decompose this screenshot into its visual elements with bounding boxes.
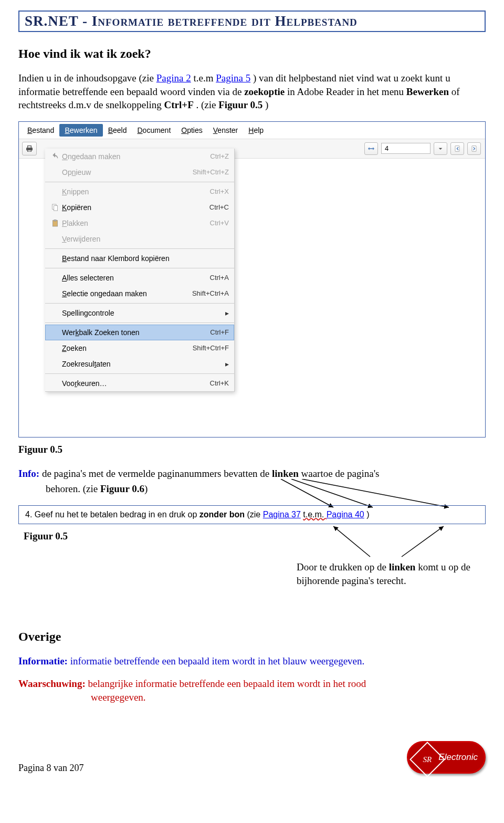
printer-icon [25,144,34,153]
intro-bold-bewerken: Bewerken [406,86,449,97]
svg-rect-2 [52,221,57,226]
menu-item-selectie-ongedaan-maken[interactable]: Selectie ongedaan makenShift+Ctrl+A [45,286,234,301]
figure-0-6-screenshot: 4. Geef nu het te betalen bedrag in en d… [18,505,486,524]
menu-item-verwijderen: Verwijderen [45,231,234,247]
adobe-toolbar: Ongedaan makenCtrl+ZOpnieuwShift+Ctrl+ZK… [19,139,485,159]
fig2-text: (zie [247,510,262,519]
menu-item-knippen: KnippenCtrl+X [45,184,234,200]
next-page-button[interactable] [467,142,481,155]
prev-page-icon [453,144,461,153]
waarschuwing-label: Waarschuwing: [18,678,86,689]
menu-beeld[interactable]: Beeld [103,124,132,137]
figure-0-6-wrap: 4. Geef nu het te betalen bedrag in en d… [18,505,486,588]
title-banner: SR.NET - Informatie betreffende dit Help… [18,11,486,32]
waarschuwing-line: Waarschuwing: belangrijke informatie bet… [18,677,486,691]
info-block: Info: de pagina's met de vermelde pagina… [18,467,486,496]
section-heading: Hoe vind ik wat ik zoek? [18,47,486,61]
print-button[interactable] [22,142,37,155]
menu-bestand[interactable]: Bestand [22,124,59,137]
logo-diamond: SR [410,742,445,777]
link-note-text: Door te drukken op de [297,561,389,572]
info-text: de pagina's met de vermelde paginanummer… [42,468,272,479]
menu-item-zoeken[interactable]: ZoekenShift+Ctrl+F [45,340,234,356]
menu-separator [45,303,234,304]
menu-item-werkbalk-zoeken-tonen[interactable]: Werkbalk Zoeken tonenCtrl+F [45,325,234,340]
link-pagina-5[interactable]: Pagina 5 [216,72,250,84]
page-footer: Pagina 8 van 207 SR Electronic [18,741,486,774]
intro-paragraph: Indien u in de inhoudsopgave (zie Pagina… [18,71,486,112]
info-bold-figref: Figuur 0.6 [100,483,144,494]
adobe-menubar: BestandBewerkenBeeldDocumentOptiesVenste… [19,122,485,139]
waarschuwing-text: belangrijke informatie betreffende een b… [88,678,366,689]
copy-icon [51,203,59,212]
info-text: waartoe de pagina's [299,468,380,479]
intro-text: in Adobe Reader in het menu [287,86,406,97]
overige-heading: Overige [18,630,486,644]
intro-text: t.e.m [193,72,216,84]
info-bold-linken: linken [272,468,299,479]
informatie-label: Informatie: [18,655,68,666]
intro-text: Indien u in de inhoudsopgave (zie [18,72,156,84]
page-number: Pagina 8 van 207 [18,763,83,774]
menu-document[interactable]: Document [132,124,176,137]
fit-width-icon [367,144,375,153]
menu-item-spellingcontrole[interactable]: Spellingcontrole▸ [45,305,234,321]
chevron-down-icon [436,144,445,153]
page-main-title: SR.NET - Informatie betreffende dit Help… [25,13,479,29]
logo-text: Electronic [438,752,478,763]
next-page-icon [470,144,478,153]
svg-rect-3 [54,220,56,221]
bewerken-dropdown: Ongedaan makenCtrl+ZOpnieuwShift+Ctrl+ZK… [45,149,235,392]
link-pagina-2[interactable]: Pagina 2 [156,72,191,84]
undo-icon [51,152,59,161]
link-pagina-40[interactable]: Pagina 40 [327,510,364,519]
intro-text: . (zie [196,99,219,110]
menu-venster[interactable]: Venster [208,124,244,137]
waarschuwing-line2: weergegeven. [91,691,486,704]
info-text: ) [144,483,148,494]
intro-bold-figref: Figuur 0.5 [218,99,262,110]
sr-electronic-logo: SR Electronic [407,741,486,774]
page-number-input[interactable] [381,143,430,154]
menu-item-bestand-naar-klembord-kopi-ren[interactable]: Bestand naar Klembord kopiëren [45,251,234,266]
info-text: behoren. (zie [46,483,100,494]
menu-separator [45,373,234,374]
menu-item-kopi-ren[interactable]: KopiërenCtrl+C [45,200,234,215]
fit-width-button[interactable] [364,142,378,155]
informatie-text: informatie betreffende een bepaald item … [70,655,365,666]
menu-item-plakken: PlakkenCtrl+V [45,215,234,231]
figure-0-5-screenshot: BestandBewerkenBeeldDocumentOptiesVenste… [18,121,486,437]
menu-item-opnieuw: OpnieuwShift+Ctrl+Z [45,164,234,180]
menu-item-zoekresultaten[interactable]: Zoekresultaten▸ [45,356,234,372]
informatie-line: Informatie: informatie betreffende een b… [18,654,486,668]
menu-item-alles-selecteren[interactable]: Alles selecterenCtrl+A [45,270,234,286]
menu-item-voorkeuren-[interactable]: Voorkeuren…Ctrl+K [45,376,234,391]
menu-bewerken[interactable]: Bewerken [59,124,102,137]
paste-icon [51,219,59,227]
fig2-text: Geef nu het te betalen bedrag in en druk… [35,510,200,519]
figure-0-5-caption: Figuur 0.5 [18,443,486,456]
menu-separator [45,182,234,182]
logo-monogram: SR [423,755,432,764]
link-note-bold-linken: linken [389,561,416,572]
intro-bold-zoekoptie: zoekoptie [244,86,285,97]
menu-help[interactable]: Help [243,124,269,137]
info-label: Info: [18,468,39,479]
prev-page-button[interactable] [450,142,464,155]
fig2-num: 4. [25,510,32,519]
svg-rect-1 [54,206,57,211]
dropdown-arrow-button[interactable] [434,142,447,155]
menu-item-ongedaan-maken: Ongedaan makenCtrl+Z [45,149,234,164]
menu-separator [45,322,234,323]
fig2-wavy-tem: t.e.m. [303,510,326,519]
fig2-text: ) [366,510,369,519]
link-pagina-37[interactable]: Pagina 37 [263,510,301,519]
menu-separator [45,268,234,268]
link-explanation-note: Door te drukken op de linken komt u op d… [297,560,486,587]
intro-bold-ctrlf: Ctrl+F [164,99,194,110]
svg-rect-5 [472,146,476,152]
figure-0-6-caption: Figuur 0.5 [24,529,486,543]
intro-text: ) [265,99,268,110]
menu-opties[interactable]: Opties [176,124,207,137]
fig2-bold-zonderbon: zonder bon [200,510,245,519]
